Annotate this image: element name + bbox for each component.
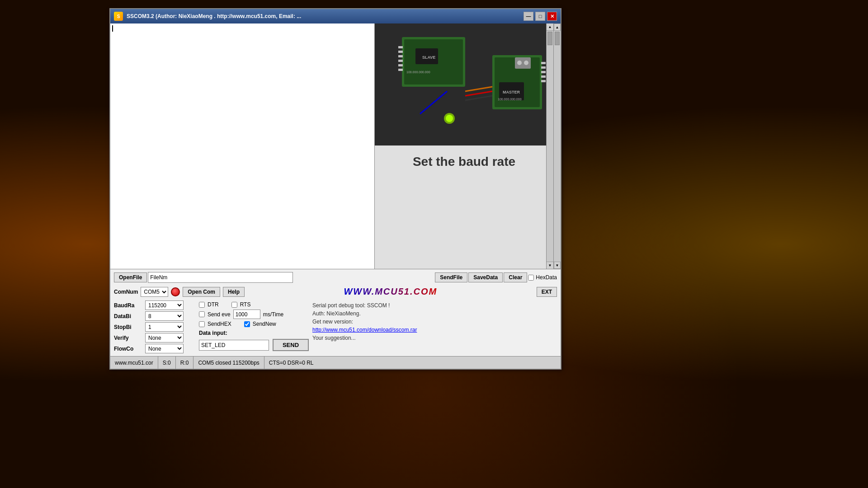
status-website: www.mcu51.cor [110,357,158,369]
dtr-checkbox[interactable] [199,302,205,308]
svg-rect-9 [398,55,403,57]
data-bits-select[interactable]: 8 7 6 [145,311,184,321]
hex-data-checkbox[interactable] [528,275,534,281]
status-received: R:0 [176,357,194,369]
maximize-button[interactable]: □ [535,12,545,21]
data-input-field[interactable] [199,340,269,351]
hardware-image: SLAVE 100.000.000.000 [375,23,553,145]
svg-rect-7 [398,46,403,48]
stop-bits-select[interactable]: 1 2 [145,322,184,332]
send-button[interactable]: SEND [273,339,309,351]
main-window: S SSCOM3.2 (Author: NieXiaoMeng . http:/… [109,8,561,370]
config-section: BaudRa 115200 9600 38400 DataBi 8 7 6 [112,300,559,354]
baud-rate-text: Set the baud rate [375,145,553,178]
main-area: SLAVE 100.000.000.000 [110,23,561,269]
app-icon: S [114,12,123,21]
svg-rect-21 [541,66,546,69]
flow-control-row: FlowCo None Hardware Software [114,344,195,353]
open-file-button[interactable]: OpenFile [114,272,147,282]
send-new-checkbox[interactable] [244,321,250,327]
terminal-scroll-thumb[interactable] [555,32,560,45]
terminal-output[interactable] [110,23,375,269]
send-hex-row: SendHEX SendNew [199,321,309,327]
middle-controls: DTR RTS Send eve ms/Time SendHEX [199,300,309,353]
info-line-3: Get new version: [312,318,557,326]
save-data-button[interactable]: SaveData [468,272,503,282]
info-text: Serial port debug tool: SSCOM ! Auth: Ni… [312,300,557,353]
svg-rect-8 [398,51,403,53]
send-hex-checkbox[interactable] [199,321,205,327]
scroll-up-arrow[interactable]: ▲ [547,23,553,31]
info-scrollbar[interactable]: ▲ ▼ [546,23,553,269]
terminal-cursor [112,25,113,32]
window-controls: — □ ✕ [524,12,557,21]
rts-checkbox[interactable] [231,302,237,308]
control-panel: OpenFile SendFile SaveData Clear HexData… [110,269,561,356]
clear-button[interactable]: Clear [504,272,527,282]
terminal-scrollbar[interactable]: ▲ ▼ [553,23,561,269]
send-interval-input[interactable] [233,310,260,319]
filename-input[interactable] [148,272,292,283]
terminal-scroll-down[interactable]: ▼ [554,262,561,269]
help-button[interactable]: Help [223,287,245,297]
info-line-2: Auth: NieXiaoMeng. [312,310,557,318]
svg-rect-12 [398,69,403,71]
scroll-down-arrow[interactable]: ▼ [547,262,553,269]
ext-button[interactable]: EXT [537,287,557,297]
hex-data-group: HexData [528,274,557,281]
window-content: SLAVE 100.000.000.000 [110,23,561,369]
minimize-button[interactable]: — [524,12,533,21]
svg-point-26 [517,61,522,65]
data-input-label: Data input: [199,330,227,336]
terminal-scroll-up[interactable]: ▲ [554,23,561,31]
info-line-4: http://www.mcu51.com/download/sscom.rar [312,326,557,334]
baud-rate-label: BaudRa [114,302,143,309]
svg-rect-20 [541,62,546,64]
send-file-button[interactable]: SendFile [435,272,467,282]
send-row: SEND [199,339,309,351]
dtr-rts-row: DTR RTS [199,301,309,308]
window-title: SSCOM3.2 (Author: NieXiaoMeng . http://w… [127,13,524,19]
flow-control-label: FlowCo [114,346,143,352]
send-eve-checkbox[interactable] [199,311,205,317]
stop-bits-row: StopBi 1 2 [114,322,195,332]
com-row: ComNum COM5 COM1 COM3 Open Com Help WWW.… [112,286,559,298]
send-eve-label: Send eve [208,311,231,318]
svg-rect-23 [541,75,546,78]
data-input-row: Data input: [199,330,309,336]
scroll-thumb[interactable] [547,32,552,45]
com-num-label: ComNum [114,289,138,295]
ms-time-label: ms/Time [263,311,284,318]
open-com-button[interactable]: Open Com [183,287,220,297]
svg-rect-10 [398,60,403,62]
data-bits-row: DataBi 8 7 6 [114,311,195,321]
send-new-label: SendNew [253,321,276,327]
status-sent: S:0 [158,357,176,369]
verify-label: Verify [114,335,143,341]
send-eve-row: Send eve ms/Time [199,310,309,319]
svg-text:100.000.000.000: 100.000.000.000 [498,98,522,101]
close-button[interactable]: ✕ [547,12,557,21]
com-num-select[interactable]: COM5 COM1 COM3 [141,287,168,297]
info-line-1: Serial port debug tool: SSCOM ! [312,301,557,310]
svg-rect-24 [541,80,546,82]
pcb-diagram: SLAVE 100.000.000.000 [375,23,553,145]
serial-config: BaudRa 115200 9600 38400 DataBi 8 7 6 [114,300,195,353]
led-indicator [171,287,180,296]
verify-select[interactable]: None Odd Even [145,333,184,343]
status-com: COM5 closed 115200bps [193,357,264,369]
rts-label: RTS [240,301,251,308]
status-bar: www.mcu51.cor S:0 R:0 COM5 closed 115200… [110,356,561,369]
info-line-5: Your suggestion... [312,334,557,342]
svg-point-27 [524,61,528,65]
terminal-scroll-track [554,46,561,262]
flow-control-select[interactable]: None Hardware Software [145,344,184,353]
website-text: WWW.MCU51.COM [344,286,437,296]
verify-row: Verify None Odd Even [114,333,195,343]
baud-rate-select[interactable]: 115200 9600 38400 [145,300,184,310]
status-signals: CTS=0 DSR=0 RL [264,357,561,369]
toolbar-row: OpenFile SendFile SaveData Clear HexData [112,271,559,284]
hex-data-label: HexData [536,274,557,281]
svg-text:MASTER: MASTER [503,90,520,94]
send-hex-label: SendHEX [208,321,231,327]
